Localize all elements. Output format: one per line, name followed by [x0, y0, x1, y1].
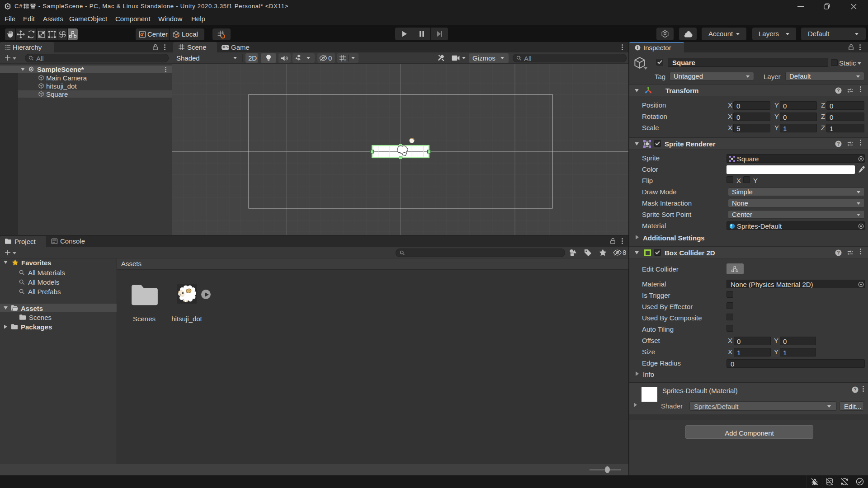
- svg-text:?: ?: [837, 141, 840, 146]
- svg-text:?: ?: [837, 250, 840, 255]
- svg-text:?: ?: [837, 88, 840, 93]
- svg-text:Y: Y: [344, 59, 346, 62]
- svg-text:?: ?: [854, 387, 856, 392]
